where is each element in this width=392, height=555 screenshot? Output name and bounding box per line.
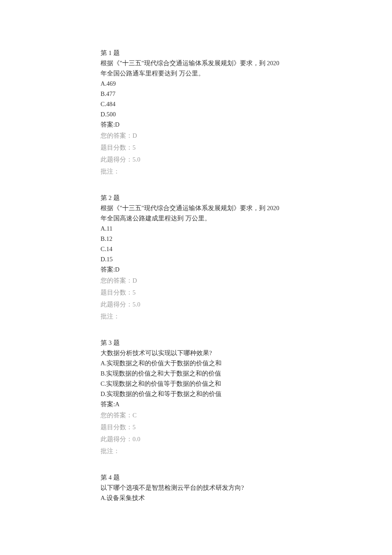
earned-value: 5.0 (133, 301, 140, 308)
page-content: 第 1 题 根据《"十三五"现代综合交通运输体系发展规划》要求，到 2020 年… (0, 0, 392, 535)
question-option: B.477 (101, 89, 291, 99)
your-answer-line: 您的答案：D (101, 130, 291, 142)
your-answer-label: 您的答案： (101, 277, 133, 284)
question-option: C.484 (101, 99, 291, 109)
question-option: C.实现数据之和的价值等于数据的价值之和 (101, 379, 291, 389)
question-block: 第 2 题 根据《"十三五"现代综合交通运输体系发展规划》要求，到 2020 年… (101, 193, 291, 322)
question-prompt-line: 根据《"十三五"现代综合交通运输体系发展规划》要求，到 2020 (101, 58, 291, 68)
question-number: 3 (109, 339, 112, 346)
correct-answer: 答案:A (101, 399, 291, 409)
question-option: C.14 (101, 244, 291, 254)
score-line: 题目分数：5 (101, 142, 291, 153)
answer-value: D (115, 121, 119, 128)
note-line: 批注： (101, 445, 291, 457)
question-option: D.500 (101, 109, 291, 119)
question-prompt-line: 大数据分析技术可以实现以下哪种效果? (101, 348, 291, 358)
question-option: B.12 (101, 234, 291, 244)
question-title: 第 2 题 (101, 193, 291, 203)
question-prefix: 第 (101, 339, 109, 346)
question-block: 第 4 题 以下哪个选项不是智慧检测云平台的技术研发方向? A.设备采集技术 (101, 472, 291, 503)
correct-answer: 答案:D (101, 119, 291, 130)
score-line: 题目分数：5 (101, 421, 291, 433)
score-label: 题目分数： (101, 144, 133, 151)
earned-line: 此题得分：0.0 (101, 433, 291, 445)
question-block: 第 3 题 大数据分析技术可以实现以下哪种效果? A.实现数据之和的价值大于数据… (101, 338, 291, 457)
question-block: 第 1 题 根据《"十三五"现代综合交通运输体系发展规划》要求，到 2020 年… (101, 48, 291, 177)
earned-value: 0.0 (133, 436, 140, 442)
question-option: B.实现数据的价值之和大于数据之和的价值 (101, 368, 291, 379)
question-option: A.实现数据之和的价值大于数据的价值之和 (101, 358, 291, 368)
your-answer-value: D (133, 277, 137, 284)
answer-label: 答案: (101, 401, 115, 408)
question-suffix: 题 (112, 194, 120, 201)
answer-value: A (115, 401, 119, 408)
score-label: 题目分数： (101, 424, 133, 431)
question-suffix: 题 (112, 339, 120, 346)
question-prompt-line: 年全国公路通车里程要达到 万公里。 (101, 68, 291, 78)
question-prompt-line: 年全国高速公路建成里程达到 万公里。 (101, 213, 291, 223)
score-value: 5 (133, 144, 135, 151)
answer-label: 答案: (101, 121, 115, 128)
your-answer-line: 您的答案：D (101, 275, 291, 286)
earned-label: 此题得分： (101, 156, 133, 163)
question-option: A.11 (101, 223, 291, 234)
your-answer-label: 您的答案： (101, 132, 133, 139)
question-number: 4 (109, 474, 112, 481)
question-suffix: 题 (112, 49, 120, 56)
note-line: 批注： (101, 310, 291, 322)
note-label: 批注： (101, 448, 120, 454)
question-title: 第 4 题 (101, 472, 291, 483)
score-label: 题目分数： (101, 289, 133, 296)
your-answer-value: D (133, 132, 137, 139)
question-title: 第 1 题 (101, 48, 291, 58)
score-line: 题目分数：5 (101, 286, 291, 298)
your-answer-label: 您的答案： (101, 412, 133, 419)
question-title: 第 3 题 (101, 338, 291, 348)
question-option: A.设备采集技术 (101, 493, 291, 503)
question-prompt-line: 根据《"十三五"现代综合交通运输体系发展规划》要求，到 2020 (101, 203, 291, 213)
earned-value: 5.0 (133, 156, 140, 163)
earned-line: 此题得分：5.0 (101, 153, 291, 165)
note-label: 批注： (101, 168, 120, 175)
earned-label: 此题得分： (101, 436, 133, 442)
question-prompt-line: 以下哪个选项不是智慧检测云平台的技术研发方向? (101, 483, 291, 493)
note-line: 批注： (101, 165, 291, 177)
your-answer-line: 您的答案：C (101, 409, 291, 421)
question-prefix: 第 (101, 49, 109, 56)
score-value: 5 (133, 424, 135, 431)
earned-line: 此题得分：5.0 (101, 298, 291, 310)
question-suffix: 题 (112, 474, 120, 481)
question-prefix: 第 (101, 194, 109, 201)
question-prefix: 第 (101, 474, 109, 481)
question-option: D.15 (101, 254, 291, 264)
question-option: D.实现数据的价值之和等于数据之和的价值 (101, 389, 291, 399)
note-label: 批注： (101, 313, 120, 320)
answer-value: D (115, 266, 119, 273)
question-number: 1 (109, 49, 112, 56)
earned-label: 此题得分： (101, 301, 133, 308)
question-option: A.469 (101, 78, 291, 89)
question-number: 2 (109, 194, 112, 201)
correct-answer: 答案:D (101, 264, 291, 275)
score-value: 5 (133, 289, 135, 296)
your-answer-value: C (133, 412, 137, 419)
answer-label: 答案: (101, 266, 115, 273)
